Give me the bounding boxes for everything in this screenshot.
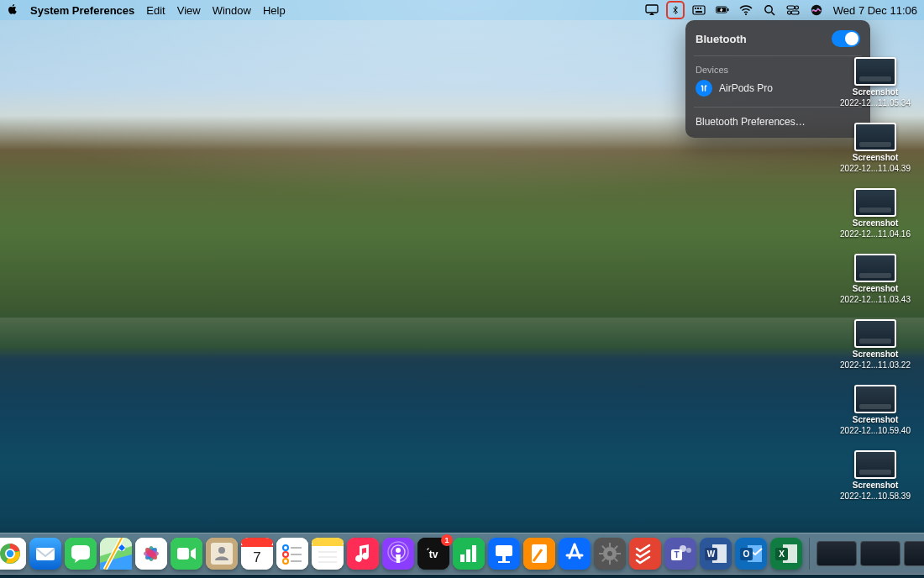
file-thumbnail (854, 385, 896, 413)
desktop-screenshot-file[interactable]: Screenshot 2022-12...11.05.34 (833, 57, 917, 108)
desktop-screenshot-file[interactable]: Screenshot 2022-12...10.58.39 (833, 450, 917, 501)
desktop-screenshot-file[interactable]: Screenshot 2022-12...11.03.22 (833, 319, 917, 370)
svg-point-15 (787, 11, 790, 14)
svg-point-56 (218, 547, 225, 554)
dock-app-maps[interactable] (100, 538, 132, 570)
menubar: System Preferences Edit View Window Help… (0, 0, 924, 20)
file-label-line1: Screenshot (853, 218, 898, 228)
menu-window[interactable]: Window (213, 4, 251, 17)
svg-rect-39 (36, 548, 55, 560)
dock-app-facetime[interactable] (171, 538, 202, 570)
dock-app-messages[interactable] (65, 538, 97, 570)
siri-icon[interactable] (810, 3, 823, 17)
menu-view[interactable]: View (177, 4, 201, 17)
menubar-app-name[interactable]: System Preferences (30, 4, 134, 17)
file-label-line2: 2022-12...11.05.34 (840, 98, 911, 108)
dock-app-excel[interactable]: X (770, 538, 802, 570)
svg-point-9 (745, 13, 747, 15)
menubar-clock[interactable]: Wed 7 Dec 11:06 (833, 4, 917, 17)
menu-edit[interactable]: Edit (146, 4, 165, 17)
dock-app-reminders[interactable] (276, 538, 308, 570)
dock-app-outlook[interactable]: O (735, 538, 767, 570)
svg-point-94 (607, 551, 612, 556)
svg-rect-3 (697, 8, 699, 9)
file-thumbnail (854, 319, 896, 348)
svg-text:7: 7 (253, 549, 260, 565)
file-label-line2: 2022-12...11.03.22 (840, 360, 911, 370)
bluetooth-title: Bluetooth (696, 33, 747, 45)
dock-app-calendar[interactable]: 7 (241, 538, 273, 570)
desktop-screenshot-file[interactable]: Screenshot 2022-12...10.59.40 (833, 385, 917, 435)
dock-app-notes[interactable] (312, 538, 344, 570)
file-label-line1: Screenshot (853, 284, 898, 293)
bluetooth-device-name: AirPods Pro (719, 82, 773, 94)
spotlight-icon[interactable] (763, 3, 776, 17)
file-label-line2: 2022-12...11.04.39 (840, 164, 911, 173)
file-thumbnail (854, 450, 896, 479)
wifi-icon[interactable] (739, 3, 753, 17)
svg-rect-12 (787, 6, 795, 9)
desktop-icons-column: Screenshot 2022-12...11.05.34 Screenshot… (833, 57, 917, 501)
dock-app-chrome[interactable] (0, 538, 26, 570)
menu-help[interactable]: Help (263, 4, 286, 17)
dock-app-numbers[interactable] (453, 538, 485, 570)
svg-rect-95 (609, 543, 611, 547)
control-center-icon[interactable] (786, 3, 800, 17)
battery-icon[interactable] (716, 3, 729, 17)
dock-app-mail[interactable] (29, 538, 61, 570)
dock-app-keynote[interactable] (488, 538, 520, 570)
file-label-line1: Screenshot (853, 481, 898, 490)
dock-app-system-preferences[interactable] (594, 538, 626, 570)
dock-app-pages[interactable] (523, 538, 555, 570)
svg-rect-2 (695, 8, 696, 9)
dock-app-apple-tv[interactable]: tv1 (417, 538, 449, 570)
dock-minimized-window[interactable] (904, 541, 924, 566)
desktop-screenshot-file[interactable]: Screenshot 2022-12...11.04.16 (833, 188, 917, 239)
svg-point-10 (765, 6, 772, 13)
apple-menu[interactable] (7, 3, 18, 18)
dock-app-app-store[interactable] (559, 538, 591, 570)
dock-app-podcasts[interactable] (382, 538, 414, 570)
svg-rect-53 (177, 548, 189, 560)
bluetooth-toggle[interactable] (832, 30, 860, 47)
svg-point-106 (686, 548, 691, 553)
svg-point-13 (795, 6, 798, 9)
svg-rect-86 (496, 545, 512, 556)
svg-rect-4 (700, 8, 701, 9)
svg-rect-59 (241, 545, 273, 547)
file-thumbnail (854, 57, 896, 86)
svg-text:O: O (743, 549, 750, 559)
svg-point-76 (396, 548, 401, 553)
dock-minimized-window[interactable] (816, 541, 857, 566)
svg-text:W: W (707, 549, 716, 559)
file-thumbnail (854, 123, 896, 151)
svg-rect-97 (617, 553, 621, 554)
file-label-line1: Screenshot (853, 415, 898, 424)
apple-logo-icon (7, 3, 18, 15)
dock-app-teams[interactable]: T (664, 538, 696, 570)
desktop-screenshot-file[interactable]: Screenshot 2022-12...11.04.39 (833, 123, 917, 173)
desktop-screenshot-file[interactable]: Screenshot 2022-12...11.03.43 (833, 254, 917, 304)
svg-line-11 (771, 13, 774, 16)
screen-mirroring-icon[interactable] (645, 3, 659, 17)
dock-app-word[interactable]: W (700, 538, 732, 570)
dock-app-todoist[interactable] (629, 538, 661, 570)
svg-rect-14 (791, 11, 799, 14)
svg-rect-70 (312, 544, 344, 546)
file-label-line2: 2022-12...10.59.40 (840, 426, 911, 435)
keyboard-input-icon[interactable] (692, 3, 706, 17)
dock-minimized-window[interactable] (860, 541, 900, 566)
file-thumbnail (854, 188, 896, 217)
svg-rect-87 (502, 556, 506, 561)
dock: 7tv1TWOX (0, 533, 924, 575)
svg-rect-99 (609, 560, 611, 565)
dock-app-contacts[interactable] (206, 538, 238, 570)
dock-badge: 1 (441, 534, 453, 546)
file-label-line2: 2022-12...11.03.43 (840, 295, 911, 304)
dock-app-music[interactable] (347, 538, 379, 570)
svg-rect-7 (727, 8, 729, 11)
menubar-bluetooth-icon[interactable] (669, 3, 682, 17)
svg-rect-83 (466, 549, 470, 562)
dock-separator (809, 538, 810, 570)
dock-app-photos[interactable] (135, 538, 167, 570)
